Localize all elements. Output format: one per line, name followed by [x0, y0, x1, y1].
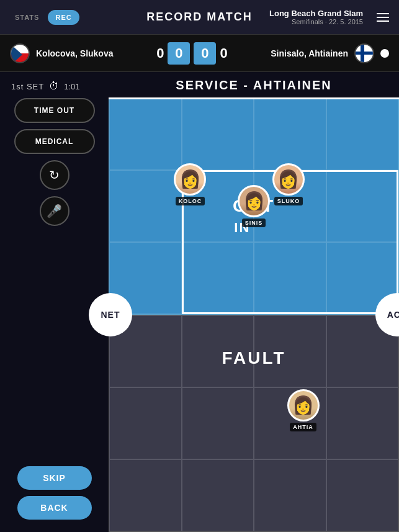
- bottom-buttons: SKIP BACK: [0, 466, 109, 520]
- main-content: 1st SET ⏱ 1:01 TIME OUT MEDICAL ↻ 🎤 SKIP…: [0, 72, 399, 532]
- court-cell[interactable]: [109, 459, 182, 531]
- net-button[interactable]: NET: [89, 293, 132, 336]
- tab-group: STATS REC: [10, 10, 79, 25]
- court-container[interactable]: OUT IN 👩 KOLOC 👩: [109, 97, 399, 532]
- event-info: Long Beach Grand Slam Semifinals · 22. 5…: [269, 9, 363, 25]
- player-ahtia: 👩 AHTIA: [287, 389, 320, 431]
- timer-value: 1:01: [64, 82, 79, 91]
- team2-name: Sinisalo, Ahtiainen: [271, 48, 348, 58]
- court-cell[interactable]: [182, 459, 254, 531]
- microphone-button[interactable]: 🎤: [40, 196, 69, 226]
- serve-indicator: [380, 49, 389, 58]
- sluko-avatar: 👩: [272, 163, 305, 196]
- menu-button[interactable]: [377, 13, 389, 22]
- court-cell[interactable]: [182, 98, 254, 170]
- team1-flag: [10, 43, 30, 63]
- set-info: 1st SET ⏱ 1:01: [11, 81, 80, 92]
- team1-name: Kolocova, Slukova: [36, 48, 113, 58]
- timer-icon: ⏱: [49, 81, 59, 92]
- court-cell[interactable]: [254, 242, 326, 314]
- court-cell[interactable]: [109, 387, 182, 459]
- team1-set-score: 0: [156, 45, 164, 61]
- team1-game-score1: 0: [168, 42, 190, 65]
- court-wrapper: NET OUT: [109, 97, 399, 532]
- app-header: STATS REC RECORD MATCH Long Beach Grand …: [0, 0, 399, 35]
- event-name: Long Beach Grand Slam: [269, 9, 363, 18]
- skip-button[interactable]: SKIP: [17, 466, 92, 490]
- event-sub: Semifinals · 22. 5. 2015: [269, 18, 363, 25]
- page-title: RECORD MATCH: [146, 11, 253, 24]
- court-cell[interactable]: [326, 98, 399, 170]
- court-cell[interactable]: [326, 459, 399, 531]
- court-cell[interactable]: [182, 387, 254, 459]
- rotation-button[interactable]: ↻: [40, 160, 69, 190]
- team1: Kolocova, Slukova: [10, 43, 113, 63]
- team2: Sinisalo, Ahtiainen: [271, 43, 389, 63]
- net-line: [109, 97, 399, 99]
- player-sluko: 👩 SLUKO: [272, 163, 305, 205]
- sluko-label: SLUKO: [274, 197, 303, 205]
- set-label: 1st SET: [11, 82, 44, 91]
- service-label: SERVICE - AHTIAINEN: [109, 72, 399, 97]
- back-button[interactable]: BACK: [17, 496, 92, 520]
- court-cell[interactable]: [326, 170, 399, 242]
- court-cell[interactable]: [182, 242, 254, 314]
- team2-set-score: 0: [220, 45, 227, 61]
- scoreboard: Kolocova, Slukova 0 0 0 0 Sinisalo, Ahti…: [0, 35, 399, 72]
- team1-game-score2: 0: [194, 42, 216, 65]
- medical-button[interactable]: MEDICAL: [14, 129, 95, 154]
- court-cell[interactable]: [326, 387, 399, 459]
- sinis-avatar: 👩: [238, 185, 270, 217]
- score-display: 0 0 0 0: [156, 42, 228, 65]
- team2-flag: [354, 43, 374, 63]
- court-cell[interactable]: [254, 315, 326, 387]
- court-cell[interactable]: [109, 170, 182, 242]
- koloc-label: KOLOC: [176, 197, 205, 205]
- ahtia-avatar: 👩: [287, 389, 320, 422]
- court-area: SERVICE - AHTIAINEN NET: [109, 72, 399, 532]
- koloc-avatar: 👩: [174, 163, 206, 196]
- rotation-icon: ↻: [49, 168, 60, 183]
- court-cell[interactable]: [182, 315, 254, 387]
- player-sinis: 👩 SINIS: [238, 185, 270, 227]
- tab-stats[interactable]: STATS: [10, 10, 44, 25]
- tab-rec[interactable]: REC: [48, 10, 79, 25]
- ahtia-label: AHTIA: [290, 423, 316, 431]
- court-cell[interactable]: [109, 98, 182, 170]
- sinis-label: SINIS: [242, 219, 266, 227]
- microphone-icon: 🎤: [47, 204, 62, 219]
- player-koloc: 👩 KOLOC: [174, 163, 206, 205]
- court-cell[interactable]: [254, 459, 326, 531]
- timeout-button[interactable]: TIME OUT: [14, 98, 95, 123]
- court-bottom[interactable]: FAULT 👩 SINIS 👩 AHTIA: [109, 315, 399, 532]
- court-cell[interactable]: [254, 98, 326, 170]
